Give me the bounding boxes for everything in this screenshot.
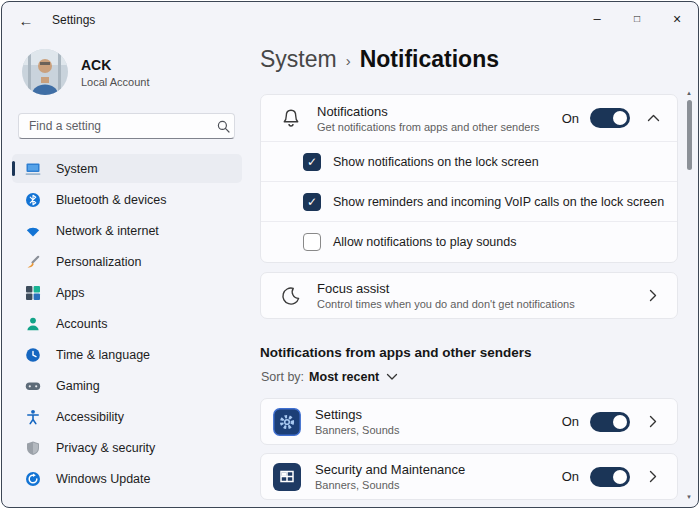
notifications-subtitle: Get notifications from apps and other se…	[317, 121, 562, 133]
sidebar-item-label: Privacy & security	[56, 441, 155, 455]
chevron-right-icon	[642, 411, 664, 433]
sidebar-nav: System Bluetooth & devices Network & int…	[12, 154, 242, 495]
sidebar-item-accessibility[interactable]: Accessibility	[12, 402, 242, 431]
maximize-icon: □	[634, 13, 640, 24]
time-language-icon	[25, 347, 41, 363]
back-icon: ←	[19, 12, 34, 29]
search-icon[interactable]	[212, 120, 234, 133]
sidebar-item-time-language[interactable]: Time & language	[12, 340, 242, 369]
bell-icon	[280, 107, 302, 129]
scrollbar-thumb[interactable]	[687, 100, 692, 170]
maximize-button[interactable]: □	[617, 2, 657, 35]
chevron-right-icon	[642, 466, 664, 488]
system-icon	[25, 161, 41, 177]
notifications-toggle[interactable]	[590, 108, 630, 128]
sort-label: Sort by:	[261, 370, 304, 384]
security-maintenance-app-icon	[273, 463, 301, 491]
windows-update-icon	[25, 471, 41, 487]
search-box	[18, 113, 235, 139]
search-input[interactable]	[19, 119, 212, 133]
sidebar-item-label: Network & internet	[56, 224, 159, 238]
toggle-knob	[613, 111, 627, 125]
sidebar-item-bluetooth-devices[interactable]: Bluetooth & devices	[12, 185, 242, 214]
sidebar-item-label: Bluetooth & devices	[56, 193, 167, 207]
network-icon	[25, 223, 41, 239]
notifications-title: Notifications	[317, 104, 562, 119]
app-subtitle: Banners, Sounds	[315, 479, 562, 491]
sidebar-item-label: Apps	[56, 286, 85, 300]
focus-assist-row[interactable]: Focus assist Control times when you do a…	[261, 273, 677, 318]
checkbox-label: Allow notifications to play sounds	[333, 235, 516, 249]
security-maintenance-row[interactable]: Security and Maintenance Banners, Sounds…	[261, 454, 677, 499]
sidebar-item-windows-update[interactable]: Windows Update	[12, 464, 242, 493]
close-icon: ×	[673, 11, 681, 27]
account-text: ACK Local Account	[81, 57, 150, 88]
apps-section-heading: Notifications from apps and other sender…	[260, 345, 532, 360]
sidebar-item-network-internet[interactable]: Network & internet	[12, 216, 242, 245]
sidebar-item-label: Accessibility	[56, 410, 124, 424]
notifications-toggle-label: On	[562, 111, 579, 126]
lock-screen-notifications-row[interactable]: ✓ Show notifications on the lock screen	[261, 142, 677, 182]
settings-app-icon	[273, 408, 301, 436]
settings-app-toggle[interactable]	[590, 412, 630, 432]
app-name: Security and Maintenance	[315, 462, 562, 477]
security-maintenance-toggle[interactable]	[590, 467, 630, 487]
reminders-voip-row[interactable]: ✓ Show reminders and incoming VoIP calls…	[261, 182, 677, 222]
focus-assist-text: Focus assist Control times when you do a…	[317, 281, 630, 310]
sidebar-item-system[interactable]: System	[12, 154, 242, 183]
security-maintenance-card[interactable]: Security and Maintenance Banners, Sounds…	[260, 453, 678, 500]
accounts-icon	[25, 316, 41, 332]
notifications-card: Notifications Get notifications from app…	[260, 94, 678, 263]
play-sounds-row[interactable]: ✓ Allow notifications to play sounds	[261, 222, 677, 262]
sidebar-item-label: Personalization	[56, 255, 141, 269]
sidebar-item-label: Accounts	[56, 317, 107, 331]
focus-assist-subtitle: Control times when you do and don't get …	[317, 298, 630, 310]
sidebar-item-privacy-security[interactable]: Privacy & security	[12, 433, 242, 462]
breadcrumb-separator-icon: ›	[346, 52, 351, 69]
notifications-main-row[interactable]: Notifications Get notifications from app…	[261, 95, 677, 142]
gaming-icon	[25, 378, 41, 394]
checkbox-label: Show notifications on the lock screen	[333, 155, 539, 169]
sidebar-item-apps[interactable]: Apps	[12, 278, 242, 307]
security-maintenance-toggle-label: On	[562, 469, 579, 484]
focus-assist-card[interactable]: Focus assist Control times when you do a…	[260, 272, 678, 319]
bluetooth-icon	[25, 192, 41, 208]
chevron-up-icon[interactable]	[642, 107, 664, 129]
settings-app-card[interactable]: Settings Banners, Sounds On	[260, 398, 678, 445]
scroll-up-icon[interactable]: ▲	[683, 88, 695, 98]
sort-value: Most recent	[309, 370, 379, 384]
settings-app-text: Settings Banners, Sounds	[315, 407, 562, 436]
personalization-icon	[25, 254, 41, 270]
settings-app-toggle-label: On	[562, 414, 579, 429]
window-controls: – □ ×	[577, 2, 697, 35]
minimize-icon: –	[593, 11, 600, 26]
close-button[interactable]: ×	[657, 2, 697, 35]
moon-icon	[280, 285, 302, 307]
sidebar-item-gaming[interactable]: Gaming	[12, 371, 242, 400]
scrollbar[interactable]: ▲ ▼	[683, 88, 695, 502]
sidebar-item-label: Time & language	[56, 348, 150, 362]
sidebar-item-label: System	[56, 162, 98, 176]
scroll-down-icon[interactable]: ▼	[683, 492, 695, 502]
sidebar-item-personalization[interactable]: Personalization	[12, 247, 242, 276]
accessibility-icon	[25, 409, 41, 425]
settings-app-row[interactable]: Settings Banners, Sounds On	[261, 399, 677, 444]
play-sounds-checkbox[interactable]: ✓	[303, 233, 321, 251]
lock-screen-notifications-checkbox[interactable]: ✓	[303, 153, 321, 171]
back-button[interactable]: ←	[10, 7, 42, 33]
chevron-down-icon	[386, 370, 398, 384]
checkmark-icon: ✓	[307, 156, 317, 168]
reminders-voip-checkbox[interactable]: ✓	[303, 193, 321, 211]
account-card[interactable]: ACK Local Account	[22, 49, 150, 95]
notifications-row-text: Notifications Get notifications from app…	[317, 104, 562, 133]
avatar	[22, 49, 68, 95]
checkmark-icon: ✓	[307, 196, 317, 208]
sidebar-item-accounts[interactable]: Accounts	[12, 309, 242, 338]
breadcrumb-parent[interactable]: System	[260, 46, 337, 73]
minimize-button[interactable]: –	[577, 2, 617, 35]
sort-dropdown[interactable]: Sort by: Most recent	[261, 370, 398, 384]
titlebar: ← Settings – □ ×	[2, 2, 698, 38]
apps-icon	[25, 285, 41, 301]
breadcrumb: System › Notifications	[260, 46, 499, 73]
sidebar-item-label: Windows Update	[56, 472, 151, 486]
